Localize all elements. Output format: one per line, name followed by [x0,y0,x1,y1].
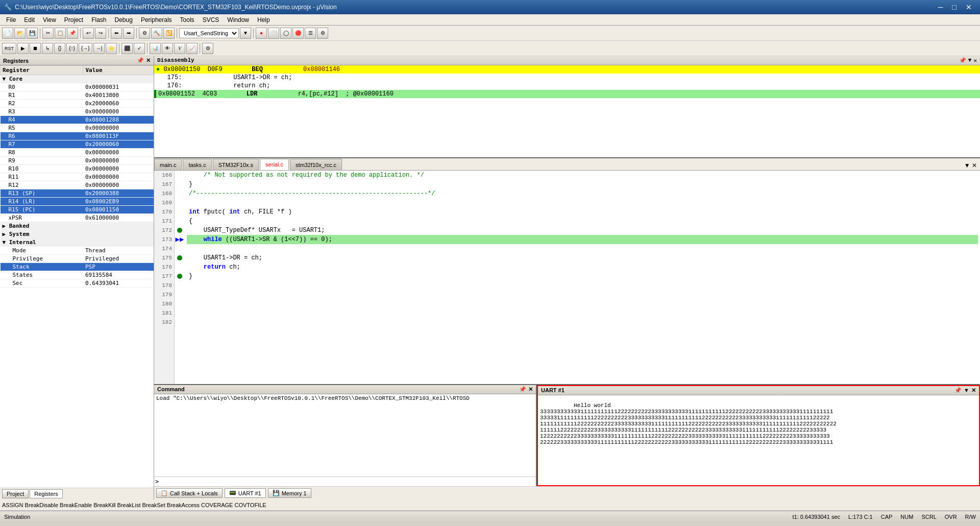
tab-STM32F10xs[interactable]: STM32F10x.s [213,159,259,170]
step-out[interactable]: {↑} [66,43,78,54]
uart-text: Hello world 3333333333331111111111122222… [540,402,837,445]
bottom-tab-callstacklocals[interactable]: 📋Call Stack + Locals [156,488,223,498]
perf-view[interactable]: 📈 [186,43,198,54]
debug-back[interactable]: ⬅ [111,28,122,39]
uart-close[interactable]: ✕ [971,387,976,394]
reg-group-banked[interactable]: ▶ Banked [1,222,154,230]
title-bar-controls: ─ □ ✕ [934,2,976,12]
reg-row-privilege: PrivilegePrivileged [1,255,154,263]
run-cursor[interactable]: →| [93,43,105,54]
registers-pin[interactable]: 📌 [137,57,144,64]
reg-name-states: States [1,271,83,279]
menu-item-svcs[interactable]: SVCS [199,15,224,25]
paste-button[interactable]: 📌 [67,28,78,39]
step-to[interactable]: {→} [79,43,92,54]
debug-option3[interactable]: 🔴 [292,28,304,39]
code-line-177: } [187,272,978,281]
menu-item-flash[interactable]: Flash [87,15,110,25]
build-button[interactable]: 🔨 [151,28,162,39]
left-tabs: Project Registers [0,488,154,499]
step-over[interactable]: {} [54,43,65,54]
new-button[interactable]: 📄 [2,28,13,39]
menu-item-peripherals[interactable]: Peripherals [137,15,176,25]
cut-button[interactable]: ✂ [42,28,54,39]
tab-stm32f10x_rccc[interactable]: stm32f10x_rcc.c [290,159,342,170]
open-button[interactable]: 📂 [14,28,26,39]
menu-item-tools[interactable]: Tools [176,15,199,25]
var-view[interactable]: 𝑉 [174,43,185,54]
reg-group-core[interactable]: ▼ Core [1,75,154,83]
close-button[interactable]: ✕ [962,2,976,12]
stop-button[interactable]: ⏹ [30,43,41,54]
compile-button[interactable]: ⚙ [139,28,150,39]
tab-mainc[interactable]: main.c [154,159,182,170]
debug-stop[interactable]: ⬜ [268,28,279,39]
cmd-pin[interactable]: 📌 [519,386,526,393]
save-button[interactable]: 💾 [27,28,38,39]
debug-option2[interactable]: ◯ [280,28,291,39]
reset-button[interactable]: RST [2,43,16,54]
watch-view[interactable]: 👁 [162,43,173,54]
extra1[interactable]: ⚙ [202,43,213,54]
step-button[interactable]: ↳ [42,43,53,54]
tab-tasksc[interactable]: tasks.c [183,159,211,170]
command-input[interactable] [161,479,535,485]
menu-item-help[interactable]: Help [253,15,274,25]
view-options[interactable]: ☰ [305,28,316,39]
uart-title: UART #1 [541,387,565,394]
code-line-171: { [187,217,978,226]
val-col-header: Value [83,66,154,75]
command-input-row: > [154,476,536,486]
code-content[interactable]: 1661671681691701711721731741751761771781… [154,171,980,384]
reg-row-banked: ▶ Banked [1,222,154,230]
uart-dropdown[interactable]: ▼ [964,387,969,394]
project-tab[interactable]: Project [2,489,29,498]
reg-group-system[interactable]: ▶ System [1,230,154,238]
reg-val-xpsr: 0x61000000 [83,214,154,222]
gutter-179 [175,290,185,299]
dis-dropdown[interactable]: ▼ [968,57,972,64]
debug-fwd[interactable]: ➡ [123,28,134,39]
menu-item-view[interactable]: View [39,15,60,25]
registers-tab[interactable]: Registers [30,489,62,498]
reg-name-r1: R1 [1,91,83,100]
tab-close[interactable]: ▼ ✕ [961,161,980,170]
target-options[interactable]: ▼ [240,28,251,39]
settings-button[interactable]: ⚙ [317,28,328,39]
rebuild-button[interactable]: 🔁 [163,28,175,39]
code-line-169 [187,198,978,207]
undo-button[interactable]: ↩ [83,28,94,39]
menu-item-file[interactable]: File [2,15,20,25]
bottom-tab-icon: 💾 [273,490,280,496]
registers-close[interactable]: ✕ [146,57,151,64]
menu-item-window[interactable]: Window [223,15,253,25]
menu-item-debug[interactable]: Debug [111,15,137,25]
reg-group-internal[interactable]: ▼ Internal [1,238,154,247]
menu-item-edit[interactable]: Edit [20,15,39,25]
dis-pin[interactable]: 📌 [959,57,966,64]
show-next[interactable]: ⭐ [106,43,117,54]
sep4 [136,28,137,38]
breakpoint-toggle[interactable]: ⬛ [121,43,133,54]
bottom-tab-memory1[interactable]: 💾Memory 1 [268,488,311,498]
redo-button[interactable]: ↪ [95,28,106,39]
bp-enable[interactable]: ✓ [134,43,145,54]
tab-serialc[interactable]: serial.c [260,159,289,170]
cmd-close[interactable]: ✕ [528,386,533,393]
gutter: ▶▶ [175,171,185,384]
target-combo[interactable]: Usart_SendString [179,28,239,38]
menu-item-project[interactable]: Project [60,15,87,25]
copy-button[interactable]: 📋 [55,28,66,39]
run-button[interactable]: ▶ [17,43,29,54]
debug-start[interactable]: ● [256,28,267,39]
uart-pin[interactable]: 📌 [954,387,962,394]
sep1 [40,28,40,38]
bottom-tab-uart1[interactable]: 📟UART #1 [225,488,266,498]
gutter-166 [175,171,185,180]
maximize-button[interactable]: □ [948,2,961,12]
dis-close[interactable]: ✕ [973,57,977,64]
minimize-button[interactable]: ─ [934,2,947,12]
reg-row-r5: R50x00000000 [1,124,154,132]
mem-view[interactable]: 📊 [150,43,161,54]
cmd-prompt: > [155,478,159,485]
